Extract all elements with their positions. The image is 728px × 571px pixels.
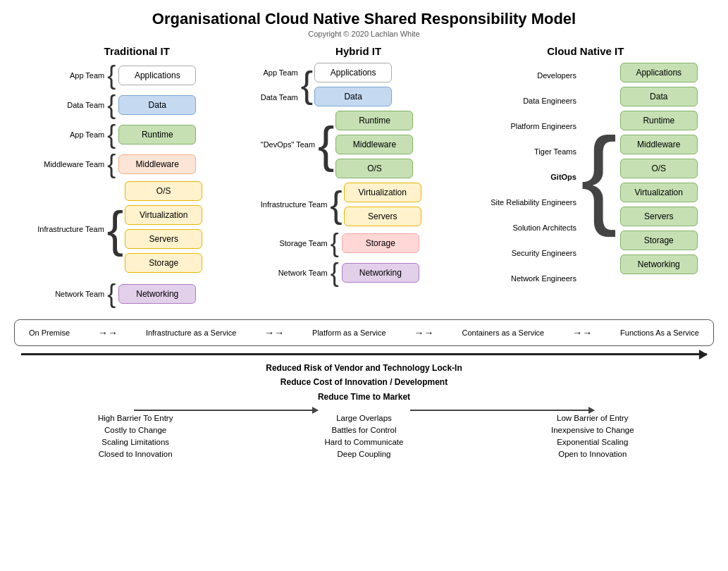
cloud-big-bracket: { xyxy=(581,125,617,228)
trad-runtime-box: Runtime xyxy=(118,125,196,145)
hybrid-storage-row: Storage Team { Storage xyxy=(261,231,419,256)
hybrid-devops-bracket: { xyxy=(318,120,334,169)
hybrid-storage-label: Storage Team xyxy=(261,239,328,247)
cloud-solacc-label: Solution Architects xyxy=(512,215,576,240)
hybrid-os-box: O/S xyxy=(335,159,413,178)
trad-infra-section: Infrastructure Team { O/S Virtualization… xyxy=(37,181,202,277)
cloud-developers-label: Developers xyxy=(537,63,576,88)
trad-infra-boxes: O/S Virtualization Servers Storage xyxy=(125,181,202,277)
col-header-cloud: Cloud Native IT xyxy=(547,45,624,57)
hybrid-network-label: Network Team xyxy=(261,269,328,277)
trad-data-label: Data Team xyxy=(37,101,104,109)
cloud-runtime-box: Runtime xyxy=(620,111,698,130)
cloud-data-box: Data xyxy=(620,87,698,106)
trad-network-row: Network Team { Networking xyxy=(37,281,196,307)
cloud-servers-box: Servers xyxy=(620,207,698,226)
comp-right-3: Open to Innovation xyxy=(558,450,627,458)
service-strip: On Premise →→ Infrastructure as a Servic… xyxy=(14,319,714,346)
comp-left-3: Closed to Innovation xyxy=(99,450,173,458)
cloud-sre-label: Site Reliability Engineers xyxy=(491,190,576,215)
arrow2: →→ xyxy=(264,327,284,338)
trad-os-box: O/S xyxy=(125,181,202,201)
copyright: Copyright © 2020 Lachlan White xyxy=(0,30,728,38)
comparison-arrows xyxy=(21,410,707,411)
cloud-storage-box: Storage xyxy=(620,231,698,250)
col-header-hybrid: Hybrid IT xyxy=(335,45,381,57)
comp-arrow-right xyxy=(410,410,594,411)
comp-left-2: Scaling Limitations xyxy=(101,438,169,446)
cloud-os-box: O/S xyxy=(620,159,698,178)
cloud-applications-box: Applications xyxy=(620,63,698,82)
hybrid-infra-label: Infrastructure Team xyxy=(261,200,328,209)
hybrid-devops-label: "DevOps" Team xyxy=(261,140,315,149)
comp-mid-1: Battles for Control xyxy=(331,426,396,434)
hybrid-infra-bracket: { xyxy=(330,186,342,223)
trad-storage-box: Storage xyxy=(125,253,202,273)
comp-mid-2: Hard to Communicate xyxy=(325,438,404,446)
trad-infra-bracket: { xyxy=(107,181,123,277)
comparison-right: Low Barrier of Entry Inexpensive to Chan… xyxy=(479,414,707,462)
trad-app-bracket: { xyxy=(107,63,116,88)
cloud-seceng-label: Security Engineers xyxy=(512,240,576,266)
big-arrow xyxy=(0,350,728,358)
trad-data-box: Data xyxy=(118,95,196,115)
comparison-left: High Barrier To Entry Costly to Change S… xyxy=(21,414,249,462)
trad-virt-box: Virtualization xyxy=(125,205,202,225)
trad-middleware-bracket: { xyxy=(107,152,116,177)
hybrid-data-box: Data xyxy=(314,87,392,106)
page-title: Organisational Cloud Native Shared Respo… xyxy=(0,0,728,30)
cloud-plateng-label: Platform Engineers xyxy=(510,113,576,139)
service-caas: Containers as a Service xyxy=(462,329,544,337)
comp-right-0: Low Barrier of Entry xyxy=(557,414,629,422)
hybrid-column: App Team Data Team { Applications Data "… xyxy=(261,63,458,290)
comp-left-1: Costly to Change xyxy=(104,426,166,434)
hybrid-storage-box: Storage xyxy=(342,233,419,253)
big-arrow-line xyxy=(21,353,707,355)
hybrid-applications-box: Applications xyxy=(314,63,392,82)
hybrid-appteam-label: App Team xyxy=(263,68,297,77)
arrow1: →→ xyxy=(98,327,118,338)
cloud-tiger-label: Tiger Teams xyxy=(534,139,576,164)
trad-app-label: App Team xyxy=(37,71,104,80)
trad-runtime-row: App Team { Runtime xyxy=(37,122,196,147)
trad-runtime-label: App Team xyxy=(37,130,104,139)
benefits: Reduced Risk of Vendor and Technology Lo… xyxy=(0,361,728,404)
hybrid-networking-box: Networking xyxy=(342,263,419,283)
hybrid-network-row: Network Team { Networking xyxy=(261,260,419,286)
comp-mid-3: Deep Coupling xyxy=(337,450,390,458)
trad-network-bracket: { xyxy=(107,281,116,307)
trad-middleware-row: Middleware Team { Middleware xyxy=(37,152,196,177)
hybrid-middleware-box: Middleware xyxy=(335,135,413,154)
trad-data-row: Data Team { Data xyxy=(37,92,196,118)
trad-app-row: App Team { Applications xyxy=(37,63,196,88)
cloud-middleware-box: Middleware xyxy=(620,135,698,154)
service-onpremise: On Premise xyxy=(29,329,70,337)
benefit-2: Reduce Cost of Innovation / Development xyxy=(0,375,728,389)
service-faas: Functions As a Service xyxy=(620,329,699,337)
hybrid-datateam-label: Data Team xyxy=(261,93,298,102)
cloud-column: Developers Data Engineers Platform Engin… xyxy=(491,63,697,291)
cloud-dataeng-label: Data Engineers xyxy=(523,88,576,113)
cloud-networking-box: Networking xyxy=(620,254,698,274)
comparison-section: High Barrier To Entry Costly to Change S… xyxy=(0,414,728,462)
hybrid-network-bracket: { xyxy=(331,260,339,286)
cloud-neteng-label: Network Engineers xyxy=(511,266,576,291)
trad-network-label: Network Team xyxy=(37,290,104,298)
comparison-middle: Large Overlaps Battles for Control Hard … xyxy=(249,414,478,462)
hybrid-servers-box: Servers xyxy=(344,207,421,226)
cloud-virt-box: Virtualization xyxy=(620,183,698,202)
trad-middleware-box: Middleware xyxy=(118,154,196,174)
trad-applications-box: Applications xyxy=(118,66,196,85)
cloud-gitops-label: GitOps xyxy=(550,164,576,190)
comp-left-0: High Barrier To Entry xyxy=(98,414,173,422)
hybrid-storage-bracket: { xyxy=(331,231,339,256)
trad-data-bracket: { xyxy=(107,92,116,118)
arrow4: →→ xyxy=(572,327,592,338)
comp-right-1: Inexpensive to Change xyxy=(551,426,634,434)
trad-runtime-bracket: { xyxy=(107,122,116,147)
hybrid-appdata-bracket: { xyxy=(301,66,313,103)
arrow3: →→ xyxy=(414,327,434,338)
comp-mid-0: Large Overlaps xyxy=(336,414,392,422)
benefit-3: Reduce Time to Market xyxy=(0,390,728,404)
service-paas: Platform as a Service xyxy=(312,329,386,337)
